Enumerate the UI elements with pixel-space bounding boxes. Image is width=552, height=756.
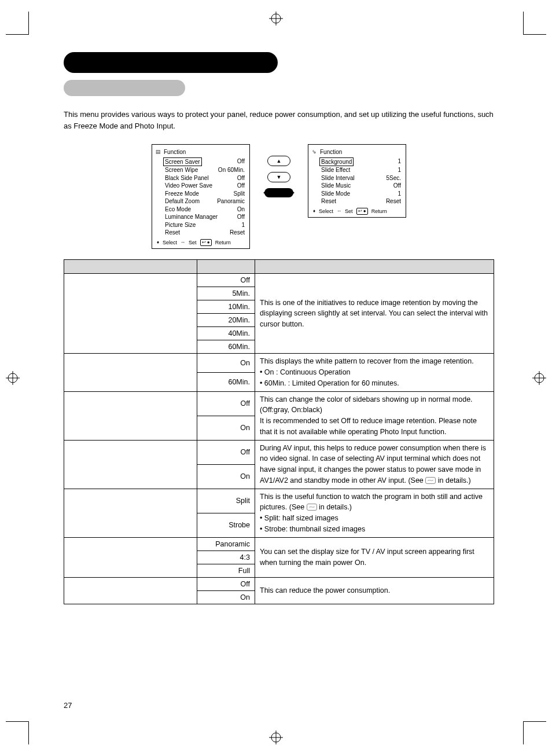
setting-cell: Off: [197, 440, 255, 464]
description-cell: This displays the white pattern to recov…: [255, 354, 494, 391]
osd-row: Screen WipeOn 60Min.: [157, 166, 245, 174]
setting-cell: Off: [197, 274, 255, 287]
item-cell: [64, 537, 197, 577]
page-number: 27: [64, 701, 72, 710]
table-row: PanoramicYou can set the display size fo…: [64, 537, 494, 551]
setting-cell: Full: [197, 564, 255, 577]
crop-mark: [523, 721, 546, 744]
table-row: OffThis is one of the initiatives to red…: [64, 274, 494, 287]
item-cell: [64, 391, 197, 440]
osd-row-label: Eco Mode: [165, 205, 191, 214]
subsection-header-pill: [64, 80, 185, 96]
osd-select-label: Select: [163, 239, 177, 246]
osd-row-label: Video Power Save: [165, 182, 212, 190]
osd-row-value: Reset: [386, 197, 401, 205]
registration-mark-icon: [269, 731, 283, 744]
setting-cell: On: [197, 416, 255, 440]
osd-row-value: On 60Min.: [218, 166, 245, 174]
osd-row: Default ZoomPanoramic: [157, 197, 245, 205]
page-ref-icon: [307, 504, 317, 511]
setting-cell: On: [197, 590, 255, 604]
osd-row: Eco ModeOn: [157, 205, 245, 214]
description-cell: This is the useful function to watch the…: [255, 489, 494, 537]
osd-row-value: 1: [398, 166, 401, 174]
osd-row-label: Background: [319, 157, 354, 167]
osd-row-label: Screen Saver: [163, 157, 202, 167]
table-row: OffThis can reduce the power consumption…: [64, 577, 494, 590]
crop-mark: [6, 12, 29, 35]
table-header: [64, 260, 197, 274]
osd-return-label: Return: [215, 239, 231, 246]
osd-row-value: Split: [234, 190, 245, 198]
table-row: OnThis displays the white pattern to rec…: [64, 354, 494, 373]
osd-row-label: Picture Size: [165, 221, 196, 229]
return-icon: ↩ ●: [356, 208, 368, 215]
description-cell: This can reduce the power consumption.: [255, 577, 494, 604]
osd-row: Slide MusicOff: [313, 182, 401, 190]
item-cell: [64, 489, 197, 537]
osd-row-label: Slide Mode: [321, 190, 350, 198]
nav-control-graphic: ▲ ▼: [262, 144, 296, 197]
osd-row-value: Off: [237, 182, 245, 190]
setting-cell: Strobe: [197, 513, 255, 537]
setting-cell: 20Min.: [197, 314, 255, 327]
item-cell: [64, 354, 197, 391]
setting-cell: Off: [197, 577, 255, 590]
osd-row: Luminance ManagerOff: [157, 213, 245, 221]
description-cell: This can change the color of sidebars sh…: [255, 391, 494, 440]
osd-row-label: Screen Wipe: [165, 166, 198, 174]
updown-icon: ♦: [157, 240, 159, 246]
osd-title: Function: [157, 148, 245, 156]
osd-panel-function: Function Screen SaverOffScreen WipeOn 60…: [152, 144, 250, 249]
table-row: OffDuring AV input, this helps to reduce…: [64, 440, 494, 464]
nav-down-button: ▼: [267, 172, 290, 182]
registration-mark-icon: [6, 371, 20, 385]
table-row: SplitThis is the useful function to watc…: [64, 489, 494, 513]
osd-footer: ♦ Select ↔ Set ↩ ● Return: [157, 239, 245, 247]
osd-row-value: 1: [398, 190, 401, 198]
osd-set-label: Set: [345, 208, 353, 215]
osd-row: Background1: [313, 157, 401, 167]
osd-row: ResetReset: [313, 197, 401, 205]
osd-row-label: Luminance Manager: [165, 213, 218, 221]
osd-row-label: Slide Effect: [321, 166, 350, 174]
osd-return-label: Return: [371, 208, 387, 215]
table-row: OffThis can change the color of sidebars…: [64, 391, 494, 416]
nav-left-right-button: [264, 188, 293, 197]
description-cell: This is one of the initiatives to reduce…: [255, 274, 494, 354]
return-icon: ↩ ●: [200, 239, 212, 247]
setting-cell: 60Min.: [197, 340, 255, 354]
nav-up-button: ▲: [267, 156, 290, 166]
osd-row: ResetReset: [157, 229, 245, 237]
item-cell: [64, 274, 197, 354]
osd-footer: ♦ Select ↔ Set ↩ ● Return: [313, 208, 401, 215]
osd-panel-function-photo: Function Background1Slide Effect1Slide I…: [308, 144, 406, 218]
osd-row-value: Off: [393, 182, 401, 190]
osd-row: Slide Mode1: [313, 190, 401, 198]
osd-row-value: 1: [398, 157, 401, 167]
osd-row: Black Side PanelOff: [157, 174, 245, 182]
osd-row-label: Reset: [321, 197, 336, 205]
registration-mark-icon: [532, 371, 546, 385]
description-cell: During AV input, this helps to reduce po…: [255, 440, 494, 489]
osd-row-value: Panoramic: [217, 197, 245, 205]
osd-row-value: Off: [237, 213, 245, 221]
osd-row-value: Reset: [230, 229, 245, 237]
section-header-pill: [64, 52, 278, 73]
osd-set-label: Set: [189, 239, 197, 246]
setting-cell: On: [197, 464, 255, 489]
osd-row: Picture Size1: [157, 221, 245, 229]
osd-row-label: Reset: [165, 229, 180, 237]
osd-row-value: 1: [241, 221, 245, 229]
osd-row-label: Slide Interval: [321, 174, 355, 182]
setting-cell: 60Min.: [197, 372, 255, 391]
osd-title: Function: [313, 148, 401, 156]
setting-cell: 4:3: [197, 551, 255, 564]
table-header-row: [64, 260, 494, 274]
osd-row-label: Freeze Mode: [165, 190, 199, 198]
page-ref-icon: [425, 477, 436, 484]
setting-cell: 10Min.: [197, 300, 255, 314]
setting-cell: 5Min.: [197, 287, 255, 300]
osd-row: Video Power SaveOff: [157, 182, 245, 190]
settings-table: OffThis is one of the initiatives to red…: [64, 259, 494, 604]
